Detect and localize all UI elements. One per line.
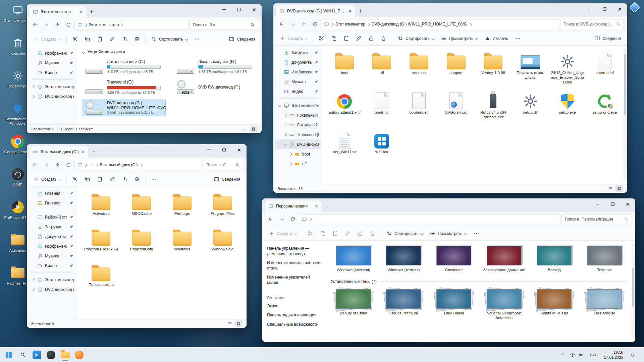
vertical-scrollbar[interactable] bbox=[624, 48, 627, 181]
copy-button[interactable] bbox=[317, 228, 329, 239]
copy-button[interactable] bbox=[82, 34, 93, 45]
file-item[interactable]: setup-orig.exe bbox=[587, 88, 623, 127]
share-button[interactable] bbox=[119, 34, 130, 45]
scrollbar-thumb[interactable] bbox=[624, 54, 626, 115]
chevron-right-icon[interactable] bbox=[32, 278, 35, 281]
theme-item[interactable]: National Geographic Antarctica bbox=[481, 288, 528, 322]
taskbar-search-button[interactable] bbox=[16, 348, 30, 362]
breadcrumb[interactable]: Этот компьютер bbox=[335, 22, 366, 26]
file-item[interactable]: w11.ico bbox=[364, 128, 400, 167]
sidebar-item-downloads[interactable]: Загрузки bbox=[29, 222, 76, 232]
sidebar-item-downloads[interactable]: Загрузки bbox=[275, 48, 321, 57]
rename-button[interactable] bbox=[106, 174, 118, 185]
delete-button[interactable] bbox=[131, 174, 143, 185]
list-view-button[interactable] bbox=[241, 126, 249, 132]
refresh-button[interactable] bbox=[310, 19, 320, 29]
breadcrumb[interactable]: Этот компьютер bbox=[89, 22, 119, 27]
sidebar-item-local-disk-d[interactable]: Локальный диск (D:) bbox=[275, 120, 321, 130]
up-button[interactable] bbox=[52, 20, 62, 30]
folder-item[interactable]: ProgramData bbox=[122, 225, 161, 259]
sidebar-item-gallery[interactable]: Галерея bbox=[29, 198, 76, 208]
file-item[interactable]: 24H2_Online_Upgrade_Enabler_Script.cmd bbox=[550, 49, 586, 88]
chevron-right-icon[interactable] bbox=[32, 288, 35, 291]
folder-item[interactable]: Windows.old bbox=[203, 225, 242, 259]
back-button[interactable] bbox=[30, 20, 40, 30]
link-mouse-pointers[interactable]: Изменение указателей мыши bbox=[267, 275, 322, 285]
rename-button[interactable] bbox=[353, 33, 365, 44]
address-bar[interactable]: Локальный диск (C:) bbox=[74, 160, 202, 170]
sidebar-item-transcend[interactable]: Transcend (E:) bbox=[275, 130, 321, 139]
theme-item[interactable]: Ski Paradise bbox=[581, 288, 628, 322]
copy-button[interactable] bbox=[82, 174, 93, 185]
title-bar[interactable]: Персонализация bbox=[262, 198, 635, 212]
address-bar[interactable]: Этот компьютер DVD-дисковод (G:) WIN11_P… bbox=[321, 19, 559, 29]
breadcrumb[interactable]: Локальный диск (C:) bbox=[100, 163, 138, 167]
thumbnail-view-button[interactable] bbox=[250, 126, 258, 132]
new-tab-button[interactable] bbox=[322, 201, 332, 211]
up-button[interactable] bbox=[52, 160, 62, 170]
sidebar-item-pictures[interactable]: Изображения bbox=[29, 48, 76, 58]
link-desktop-icons[interactable]: Изменение значков рабочего стола bbox=[267, 260, 322, 271]
close-button[interactable] bbox=[231, 144, 247, 156]
search-box[interactable]: Поиск в: DVD-дисковод (G:) bbox=[560, 19, 624, 29]
hidden-icons-button[interactable] bbox=[560, 349, 566, 361]
taskbar-app-movies[interactable] bbox=[30, 348, 44, 362]
more-button[interactable] bbox=[148, 174, 160, 185]
network-volume-button[interactable] bbox=[568, 349, 585, 361]
sidebar-item-videos[interactable]: Видео bbox=[29, 68, 76, 77]
title-bar[interactable]: Локальный диск (C:) bbox=[27, 144, 247, 158]
sort-button[interactable]: Сортировать bbox=[383, 228, 426, 239]
sidebar-item-this-pc[interactable]: Этот компьютер bbox=[29, 82, 76, 92]
tab-close-icon[interactable] bbox=[82, 150, 85, 154]
scrollbar-thumb[interactable] bbox=[632, 268, 634, 306]
link-accessibility[interactable]: Специальные возможности bbox=[267, 322, 322, 327]
share-button[interactable] bbox=[354, 228, 366, 239]
tab-local-disk-c[interactable]: Локальный диск (C:) bbox=[30, 146, 88, 158]
details-pane-button[interactable]: Сведения bbox=[591, 33, 624, 44]
sidebar-item-music[interactable]: Музыка bbox=[29, 58, 76, 68]
file-item[interactable]: setup.dll bbox=[513, 88, 548, 127]
eject-button[interactable]: Извлечь bbox=[482, 33, 511, 44]
file-item[interactable]: bootmgr bbox=[364, 88, 400, 127]
file-item[interactable]: Ver_Win11.txt bbox=[327, 128, 363, 167]
theme-item[interactable]: Свечение bbox=[430, 245, 477, 274]
sidebar-item-videos[interactable]: Видео bbox=[29, 261, 76, 270]
sidebar-item-this-pc[interactable]: Этот компьютер bbox=[275, 101, 321, 110]
sort-button[interactable]: Сортировать bbox=[394, 33, 437, 44]
paste-button[interactable] bbox=[94, 174, 106, 185]
folder-item[interactable]: Program Files bbox=[203, 190, 242, 224]
maximize-button[interactable] bbox=[231, 4, 247, 15]
delete-button[interactable] bbox=[378, 33, 389, 44]
file-item[interactable]: setup.exe bbox=[550, 88, 586, 127]
new-tab-button[interactable] bbox=[89, 147, 99, 157]
more-button[interactable] bbox=[191, 34, 203, 45]
sidebar-item-this-pc[interactable]: Этот компьютер bbox=[29, 275, 76, 285]
new-tab-button[interactable] bbox=[87, 7, 97, 17]
breadcrumb[interactable]: DVD-дисковод (G:) WIN11_PRO_HOME_LITE_OV… bbox=[372, 22, 467, 26]
overflow-crumb-icon[interactable] bbox=[89, 163, 94, 167]
theme-item[interactable]: Windows (темная) bbox=[380, 245, 427, 274]
list-view-button[interactable] bbox=[606, 185, 614, 192]
sidebar-item-documents[interactable]: Документы bbox=[275, 57, 321, 67]
drive-tile-e[interactable]: Transcend (E:) 4,96 ГБ свободно из 57,6 … bbox=[82, 78, 166, 96]
sidebar-item-dvd-drive[interactable]: DVD-дисковод bbox=[275, 139, 321, 149]
folder-item[interactable]: Пользователи bbox=[82, 261, 120, 295]
create-button[interactable]: Создать bbox=[266, 228, 300, 239]
file-item[interactable]: support bbox=[438, 49, 474, 88]
cut-button[interactable] bbox=[305, 228, 316, 239]
up-button[interactable] bbox=[299, 19, 309, 29]
clock[interactable]: 16:16 17.01.2025 bbox=[602, 349, 625, 361]
file-item[interactable]: sources bbox=[401, 49, 437, 88]
sidebar-item-videos[interactable]: Видео bbox=[275, 86, 321, 96]
link-display[interactable]: Экран bbox=[267, 304, 322, 309]
drive-tile-f[interactable]: DVD DVD RW дисковод (F:) bbox=[173, 78, 257, 96]
tab-close-icon[interactable] bbox=[315, 204, 318, 208]
share-button[interactable] bbox=[365, 33, 377, 44]
maximize-button[interactable] bbox=[597, 3, 612, 15]
drive-tile-d[interactable]: Локальный диск (D:) 1,65 ТБ свободно из … bbox=[173, 58, 257, 75]
back-button[interactable] bbox=[30, 160, 40, 170]
sidebar-item-music[interactable]: Музыка bbox=[275, 77, 321, 86]
folder-item[interactable]: Activators bbox=[82, 190, 120, 224]
sidebar-item-boot[interactable]: boot bbox=[275, 149, 321, 159]
chevron-right-icon[interactable] bbox=[283, 133, 286, 136]
